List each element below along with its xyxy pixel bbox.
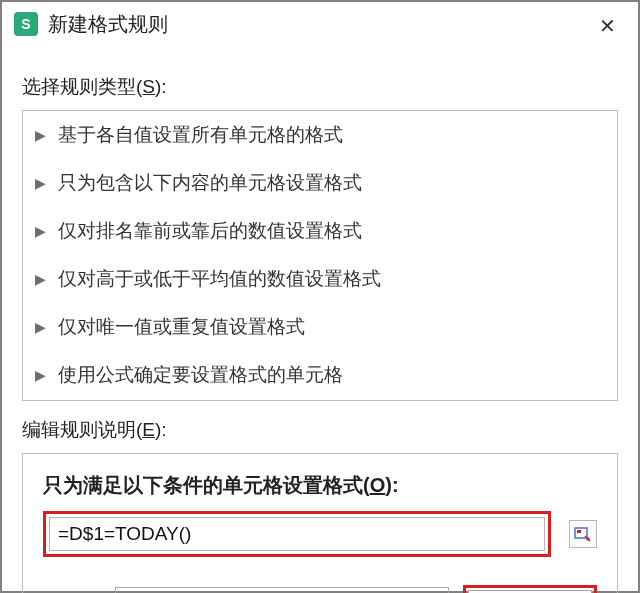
rule-type-item[interactable]: ▶ 仅对唯一值或重复值设置格式 (23, 303, 617, 351)
titlebar: S 新建格式规则 ✕ (2, 2, 638, 46)
dialog-content: 选择规则类型(S): ▶ 基于各自值设置所有单元格的格式 ▶ 只为包含以下内容的… (2, 46, 638, 593)
triangle-right-icon: ▶ (35, 170, 46, 197)
dialog-title: 新建格式规则 (48, 11, 168, 38)
rule-type-list: ▶ 基于各自值设置所有单元格的格式 ▶ 只为包含以下内容的单元格设置格式 ▶ 仅… (22, 110, 618, 401)
close-button[interactable]: ✕ (593, 12, 622, 40)
rule-type-label: 使用公式确定要设置格式的单元格 (58, 357, 343, 393)
triangle-right-icon: ▶ (35, 218, 46, 245)
formula-input-highlight (43, 511, 551, 557)
preview-box: 未设定格式 (115, 587, 449, 593)
format-button[interactable]: 格式(F)... (468, 590, 592, 593)
rule-type-item[interactable]: ▶ 使用公式确定要设置格式的单元格 (23, 351, 617, 399)
triangle-right-icon: ▶ (35, 362, 46, 389)
formula-row (43, 511, 597, 557)
triangle-right-icon: ▶ (35, 122, 46, 149)
edit-rule-desc-label: 编辑规则说明(E): (22, 417, 618, 443)
triangle-right-icon: ▶ (35, 314, 46, 341)
rule-type-item[interactable]: ▶ 只为包含以下内容的单元格设置格式 (23, 159, 617, 207)
svg-rect-1 (577, 530, 581, 533)
rule-type-label: 只为包含以下内容的单元格设置格式 (58, 165, 362, 201)
range-selector-icon (574, 525, 592, 543)
rule-type-label: 仅对唯一值或重复值设置格式 (58, 309, 305, 345)
formula-input[interactable] (49, 517, 545, 551)
app-icon: S (14, 12, 38, 36)
rule-type-label: 基于各自值设置所有单元格的格式 (58, 117, 343, 153)
formula-condition-label: 只为满足以下条件的单元格设置格式(O): (43, 472, 597, 499)
triangle-right-icon: ▶ (35, 266, 46, 293)
preview-row: 预览: 未设定格式 格式(F)... (43, 585, 597, 593)
rule-edit-panel: 只为满足以下条件的单元格设置格式(O): 预览: (22, 453, 618, 593)
rule-type-item[interactable]: ▶ 基于各自值设置所有单元格的格式 (23, 111, 617, 159)
rule-type-item[interactable]: ▶ 仅对高于或低于平均值的数值设置格式 (23, 255, 617, 303)
rule-type-label: 仅对高于或低于平均值的数值设置格式 (58, 261, 381, 297)
rule-type-label: 仅对排名靠前或靠后的数值设置格式 (58, 213, 362, 249)
dialog-window: S 新建格式规则 ✕ 选择规则类型(S): ▶ 基于各自值设置所有单元格的格式 … (0, 0, 640, 593)
close-icon: ✕ (599, 15, 616, 37)
app-icon-letter: S (21, 16, 30, 32)
format-button-highlight: 格式(F)... (463, 585, 597, 593)
range-selector-button[interactable] (569, 520, 597, 548)
rule-type-item[interactable]: ▶ 仅对排名靠前或靠后的数值设置格式 (23, 207, 617, 255)
select-rule-type-label: 选择规则类型(S): (22, 74, 618, 100)
